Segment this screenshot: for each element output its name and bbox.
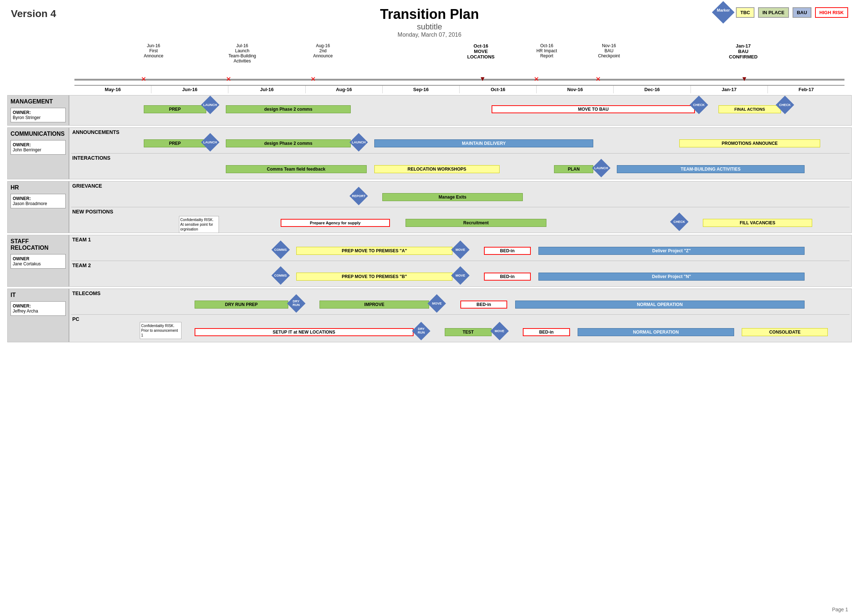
- marker-nov16: ✕: [595, 75, 601, 83]
- milestone-oct16-hr: Oct-16HR ImpactReport: [537, 43, 557, 58]
- team1-move-l: MOVE: [454, 243, 467, 256]
- it-pc-setup: SETUP IT at NEW LOCATIONS: [195, 328, 414, 336]
- it-pc-consolidate: CONSOLIDATE: [742, 328, 828, 336]
- hr-left: HR OWNER: Jason Broadmore: [8, 181, 69, 233]
- month-may16: May-16: [75, 86, 151, 93]
- month-jun16: Jun-16: [151, 86, 228, 93]
- month-dec16: Dec-16: [614, 86, 690, 93]
- hr-fill-vacancies: FILL VACANCIES: [703, 219, 812, 227]
- announcements-row: PREP LAUNCH design Phase 2 comms LAUNCH …: [69, 135, 851, 153]
- staff-owner-name: Jane Cortakus: [13, 261, 64, 267]
- comms-ann-prep: PREP: [144, 139, 206, 147]
- team1-deliver-z: Deliver Project "Z": [539, 247, 804, 255]
- team1-prep-a: PREP MOVE TO PREMISES "A": [296, 247, 453, 255]
- team2-move-l: MOVE: [454, 269, 467, 282]
- legend-marker-label: Marker: [714, 8, 732, 12]
- team2-prep-b: PREP MOVE TO PREMISES "B": [296, 273, 453, 281]
- hr-note-box: Confidentiality RISK.At sensitive point …: [179, 216, 219, 233]
- comms-int-feedback: Comms Team field feedback: [226, 165, 367, 173]
- month-oct16: Oct-16: [460, 86, 537, 93]
- mgmt-check2-label: CHECK: [778, 98, 792, 111]
- month-nov16: Nov-16: [537, 86, 614, 93]
- hr-owner-label: OWNER:: [13, 196, 64, 201]
- team1-bedin: BED-in: [484, 247, 531, 255]
- it-owner-name: Jeffrey Archa: [13, 309, 64, 313]
- comms-ann-maintain: MAINTAIN DELIVERY: [374, 139, 593, 147]
- month-jan17: Jan-17: [691, 86, 768, 93]
- team1-comms-l: COMMS: [274, 243, 287, 256]
- interactions-label: INTERACTIONS: [69, 154, 851, 161]
- grievance-label: GRIEVANCE: [69, 181, 851, 189]
- month-feb17: Feb-17: [768, 86, 845, 93]
- grievance-row: REPORT Manage Exits: [69, 189, 851, 207]
- milestone-jan17: Jan-17BAUCONFIRMED: [729, 43, 758, 59]
- team1-row: COMMS PREP MOVE TO PREMISES "A" MOVE BED…: [69, 242, 851, 260]
- it-pc-test: TEST: [445, 328, 492, 336]
- it-tel-normalop: NORMAL OPERATION: [515, 301, 804, 309]
- comms-content: ANNOUNCEMENTS PREP LAUNCH design Phase 2…: [69, 128, 851, 179]
- milestone-oct16-move: Oct-16MOVELOCATIONS: [467, 43, 495, 59]
- comms-left: COMMUNICATIONS OWNER: John Berringer: [8, 128, 69, 179]
- staff-left: STAFF RELOCATION OWNER Jane Cortakus: [8, 235, 69, 286]
- milestone-labels: Jun-16FirstAnnounce Jul-16LaunchTeam-Bui…: [75, 43, 845, 74]
- staff-relocation-section: STAFF RELOCATION OWNER Jane Cortakus TEA…: [7, 235, 852, 287]
- hr-manage-exits: Manage Exits: [382, 193, 523, 201]
- milestone-jun16: Jun-16FirstAnnounce: [144, 43, 163, 58]
- month-aug16: Aug-16: [306, 86, 383, 93]
- hr-content: GRIEVANCE REPORT Manage Exits NEW POSITI…: [69, 181, 851, 233]
- it-pc-dryrun-l: DRYRUN: [415, 324, 428, 338]
- newpos-label: NEW POSITIONS: [69, 207, 851, 215]
- mgmt-movetobau-bar: MOVE TO BAU: [492, 105, 695, 113]
- it-dryrunprep: DRY RUN PREP: [195, 301, 288, 309]
- mgmt-launch-label: LAUNCH: [204, 98, 217, 111]
- legend-marker-container: Marker: [714, 5, 732, 20]
- legend-tbc: TBC: [736, 7, 754, 18]
- comms-int-workshops: RELOCATION WORKSHOPS: [374, 165, 500, 173]
- hr-owner-box: OWNER: Jason Broadmore: [11, 194, 66, 208]
- it-owner-box: OWNER: Jeffrey Archa: [11, 301, 66, 316]
- mgmt-prep-bar: PREP: [144, 105, 206, 113]
- it-title: IT: [11, 292, 66, 298]
- comms-int-launch-l: LAUNCH: [595, 162, 608, 175]
- hr-title: HR: [11, 184, 66, 191]
- management-owner-box: OWNER: Byron Stringer: [11, 108, 66, 122]
- it-dryrun-l: DRYRUN: [290, 297, 303, 310]
- comms-owner-name: John Berringer: [13, 147, 64, 153]
- management-owner-label: OWNER:: [13, 110, 64, 115]
- telecoms-row: DRY RUN PREP DRYRUN IMPROVE MOVE BED-in …: [69, 296, 851, 314]
- staff-content: TEAM 1 COMMS PREP MOVE TO PREMISES "A" M…: [69, 235, 851, 286]
- team2-bedin: BED-in: [484, 273, 531, 281]
- telecoms-label: TELECOMS: [69, 289, 851, 296]
- page-date: Monday, March 07, 2016: [0, 31, 859, 38]
- team2-row: COMMS PREP MOVE TO PREMISES "B" MOVE BED…: [69, 268, 851, 286]
- month-labels: May-16 Jun-16 Jul-16 Aug-16 Sep-16 Oct-1…: [75, 85, 845, 93]
- it-content: TELECOMS DRY RUN PREP DRYRUN IMPROVE MOV…: [69, 289, 851, 342]
- hr-check-l: CHECK: [673, 215, 686, 228]
- month-sep16: Sep-16: [383, 86, 460, 93]
- comms-int-plan: PLAN: [554, 165, 593, 173]
- management-title: MANAGEMENT: [11, 98, 66, 105]
- it-pc-normalop: NORMAL OPERATION: [578, 328, 734, 336]
- legend-bau: BAU: [793, 7, 811, 18]
- timeline-bar: [75, 79, 845, 81]
- team2-comms-l: COMMS: [274, 269, 287, 282]
- it-left: IT OWNER: Jeffrey Archa: [8, 289, 69, 342]
- it-pc-bedin: BED-in: [523, 328, 570, 336]
- it-section: IT OWNER: Jeffrey Archa TELECOMS DRY RUN…: [7, 289, 852, 342]
- mgmt-final-bar: FINAL ACTIONS: [718, 105, 781, 113]
- management-left: MANAGEMENT OWNER: Byron Stringer: [8, 95, 69, 125]
- timeline-bar-container: ✕ ✕ ✕ ▼ ✕ ✕ ▼: [75, 74, 845, 85]
- staff-title: STAFF RELOCATION: [11, 238, 66, 251]
- interactions-row: Comms Team field feedback RELOCATION WOR…: [69, 161, 851, 179]
- marker-aug16: ✕: [311, 75, 316, 83]
- comms-ann-launch2-l: LAUNCH: [352, 136, 365, 149]
- legend: Marker TBC IN PLACE BAU HIGH RISK: [714, 5, 848, 20]
- hr-recruitment: Recruitment: [406, 219, 547, 227]
- page-subtitle: subtitle: [0, 22, 859, 31]
- comms-ann-promotions: PROMOTIONS ANNOUNCE: [679, 139, 820, 147]
- comms-title: COMMUNICATIONS: [11, 131, 66, 137]
- staff-owner-box: OWNER Jane Cortakus: [11, 254, 66, 268]
- mgmt-design-bar: design Phase 2 comms: [226, 105, 351, 113]
- it-note-box: Confidentiality RISK.Prior to announceme…: [140, 322, 181, 339]
- comms-owner-box: OWNER: John Berringer: [11, 140, 66, 154]
